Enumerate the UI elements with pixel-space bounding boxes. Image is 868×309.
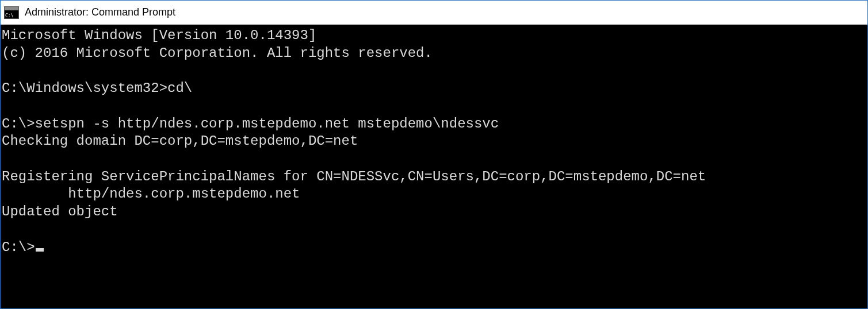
cursor [36,248,44,252]
line: C:\Windows\system32>cd\ [2,80,192,96]
cmd-window: Administrator: Command Prompt Microsoft … [0,0,868,309]
line: C:\>setspn -s http/ndes.corp.mstepdemo.n… [2,116,499,132]
titlebar[interactable]: Administrator: Command Prompt [1,1,867,25]
line: Microsoft Windows [Version 10.0.14393] [2,28,316,43]
cmd-app-icon [4,6,19,19]
line: (c) 2016 Microsoft Corporation. All righ… [2,45,433,61]
line: Updated object [2,204,118,219]
window-title: Administrator: Command Prompt [25,6,175,18]
line: Checking domain DC=corp,DC=mstepdemo,DC=… [2,133,358,149]
terminal-output[interactable]: Microsoft Windows [Version 10.0.14393] (… [1,25,867,308]
line: Registering ServicePrincipalNames for CN… [2,169,706,184]
prompt: C:\> [2,240,35,255]
line: http/ndes.corp.mstepdemo.net [2,186,300,202]
